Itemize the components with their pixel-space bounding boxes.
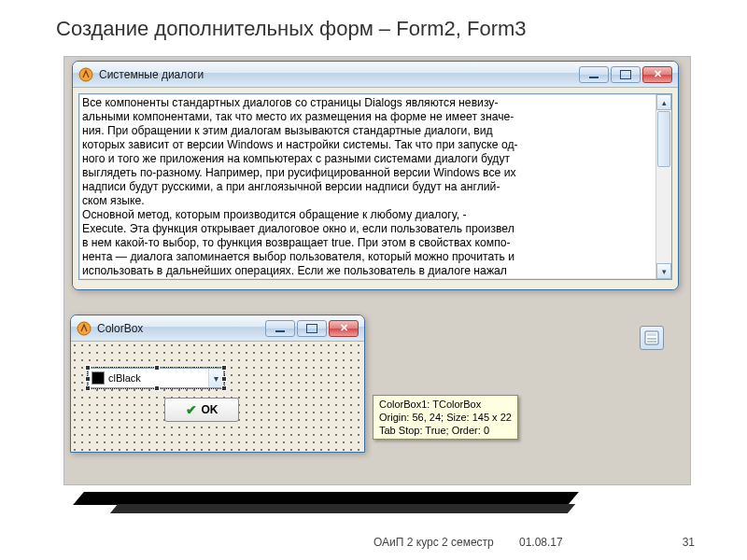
maximize-button[interactable] <box>297 320 327 337</box>
color-swatch <box>92 371 105 385</box>
minimize-button[interactable] <box>265 320 295 337</box>
ok-button-label: OK <box>202 403 218 416</box>
footer-page-number: 31 <box>683 536 695 549</box>
form-client-area: Все компоненты стандартных диалогов со с… <box>73 88 678 289</box>
selection-handle[interactable] <box>85 365 91 371</box>
ok-button[interactable]: ✔ OK <box>164 398 239 422</box>
selection-handle[interactable] <box>154 385 160 391</box>
svg-rect-3 <box>647 333 656 336</box>
scroll-thumb[interactable] <box>657 111 670 167</box>
selection-handle[interactable] <box>85 385 91 391</box>
colorbox-value: clBlack <box>108 372 208 384</box>
selection-handle[interactable] <box>154 365 160 371</box>
selection-handle[interactable] <box>85 376 91 382</box>
checkmark-icon: ✔ <box>186 402 197 417</box>
form-design-surface[interactable]: clBlack ✔ OK <box>71 342 364 452</box>
selection-handle[interactable] <box>221 365 227 371</box>
delphi-icon <box>78 67 93 82</box>
colorbox-control[interactable]: clBlack <box>88 368 224 388</box>
titlebar[interactable]: Системные диалоги <box>73 62 678 88</box>
close-button[interactable] <box>329 320 359 337</box>
memo-control[interactable]: Все компоненты стандартных диалогов со с… <box>78 93 672 280</box>
close-button[interactable] <box>642 66 672 83</box>
window-title: Системные диалоги <box>99 68 579 81</box>
object-hint-tooltip: ColorBox1: TColorBox Origin: 56, 24; Siz… <box>373 395 518 440</box>
selection-handle[interactable] <box>221 376 227 382</box>
decorative-shadow <box>110 504 575 513</box>
memo-text: Все компоненты стандартных диалогов со с… <box>82 96 655 277</box>
delphi-icon <box>77 321 92 336</box>
scroll-down-button[interactable]: ▾ <box>656 263 671 279</box>
hint-line: ColorBox1: TColorBox <box>379 399 481 410</box>
minimize-button[interactable] <box>579 66 609 83</box>
footer-course: ОАиП 2 курс 2 семестр <box>374 536 494 549</box>
maximize-button[interactable] <box>611 66 641 83</box>
window-title: ColorBox <box>97 322 265 335</box>
vertical-scrollbar[interactable]: ▴ ▾ <box>655 94 671 279</box>
hint-line: Origin: 56, 24; Size: 145 x 22 <box>379 412 512 423</box>
scroll-up-button[interactable]: ▴ <box>656 94 671 110</box>
component-palette-icon[interactable] <box>640 326 664 350</box>
selection-handle[interactable] <box>221 385 227 391</box>
titlebar[interactable]: ColorBox <box>71 315 364 342</box>
form-system-dialogs[interactable]: Системные диалоги Все компоненты стандар… <box>72 61 679 290</box>
hint-line: Tab Stop: True; Order: 0 <box>379 425 489 436</box>
footer-date: 01.08.17 <box>519 536 563 549</box>
form-colorbox[interactable]: ColorBox clBlack <box>70 315 365 453</box>
ide-design-area: Системные диалоги Все компоненты стандар… <box>63 56 691 485</box>
slide-title: Создание дополнительных форм – Form2, Fo… <box>56 17 527 41</box>
decorative-shadow <box>73 492 579 505</box>
